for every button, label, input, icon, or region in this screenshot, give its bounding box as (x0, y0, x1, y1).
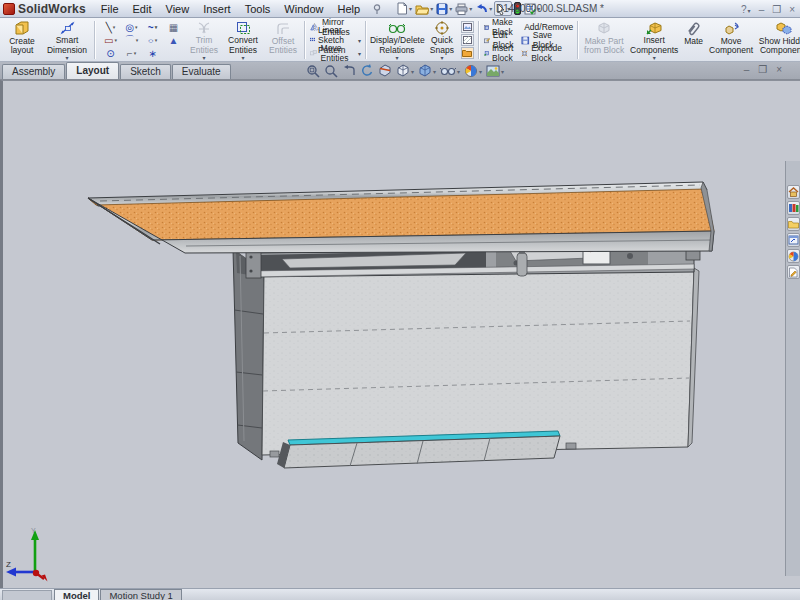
zoom-to-fit-icon[interactable] (305, 63, 321, 79)
menu-view[interactable]: View (159, 3, 197, 15)
spline-tool[interactable]: ~▾ (142, 21, 163, 34)
move-component-icon (723, 20, 739, 37)
help-button[interactable]: ?▾ (741, 4, 751, 15)
move-entities-button[interactable]: Move Entities ▾ (310, 47, 361, 59)
document-window-controls: – ❐ × (744, 64, 782, 75)
study-tab-scroll-area[interactable] (2, 590, 52, 600)
new-document-button[interactable]: ▾ (395, 1, 413, 16)
display-delete-relations-button[interactable]: Display/Delete Relations ▾ (369, 19, 425, 61)
menu-pin-icon[interactable] (371, 3, 383, 15)
convert-entities-dropdown[interactable]: ▾ (241, 56, 244, 61)
show-hidden-components-button[interactable]: Show Hidden Components (756, 19, 800, 61)
appearances-scenes-icon[interactable] (787, 249, 800, 263)
mate-button[interactable]: Mate (681, 19, 706, 61)
save-block-icon (521, 36, 530, 45)
display-delete-dropdown[interactable]: ▾ (395, 56, 398, 61)
previous-view-icon[interactable] (341, 63, 357, 79)
make-part-from-block-icon (597, 20, 611, 37)
custom-properties-icon[interactable] (787, 265, 800, 279)
tab-evaluate[interactable]: Evaluate (172, 64, 231, 79)
tab-assembly[interactable]: Assembly (2, 64, 65, 79)
design-library-icon[interactable] (787, 201, 800, 215)
arc-tool[interactable]: ⌒▾ (121, 34, 142, 47)
move-component-button[interactable]: Move Component (706, 19, 756, 61)
insert-block-button[interactable]: Insert Block (484, 47, 517, 59)
section-view-icon[interactable] (377, 63, 393, 79)
library-folder-icon[interactable] (461, 47, 474, 59)
title-bar: SolidWorks File Edit View Insert Tools W… (0, 0, 800, 18)
edit-block-icon (484, 36, 490, 45)
hide-show-items-icon[interactable]: ▾ (439, 63, 461, 79)
menu-edit[interactable]: Edit (126, 3, 159, 15)
make-part-from-block-button[interactable]: Make Part from Block (581, 19, 627, 61)
model-3d-view[interactable] (3, 81, 786, 588)
doc-close-button[interactable]: × (776, 64, 782, 75)
quick-snaps-icon (435, 20, 449, 36)
polygon-tool[interactable]: ▲ (163, 34, 184, 47)
minimize-button[interactable]: – (759, 4, 765, 15)
trim-entities-button[interactable]: Trim Entities ▾ (186, 19, 222, 61)
offset-entities-button[interactable]: Offset Entities (264, 19, 302, 61)
insert-components-button[interactable]: Insert Components ▾ (627, 19, 681, 61)
rectangle-tool[interactable]: ▭▾ (100, 34, 121, 47)
quick-snaps-dropdown[interactable]: ▾ (440, 56, 443, 61)
task-pane-strip (785, 161, 800, 576)
smart-dimension-button[interactable]: Smart Dimension ▾ (42, 19, 92, 61)
quick-snaps-button[interactable]: Quick Snaps ▾ (425, 19, 459, 61)
zoom-to-area-icon[interactable] (323, 63, 339, 79)
cabinet-front-panel (262, 268, 694, 455)
document-title: D140000000.SLDASM * (450, 3, 650, 14)
menu-help[interactable]: Help (330, 3, 367, 15)
model-tab[interactable]: Model (54, 589, 99, 600)
rotate-view-icon[interactable] (359, 63, 375, 79)
solidworks-resources-home-icon[interactable] (787, 185, 800, 199)
line-tool[interactable]: ╲▾ (100, 21, 121, 34)
menu-tools[interactable]: Tools (238, 3, 278, 15)
close-button[interactable]: × (789, 4, 795, 15)
explode-block-button[interactable]: Explode Block (521, 47, 573, 59)
graphics-viewport[interactable]: Y Z (0, 80, 800, 588)
mate-paperclip-icon (688, 20, 700, 37)
create-layout-button[interactable]: Create layout (2, 19, 42, 61)
block-group-left: Make Block Edit Block Insert Block (482, 19, 519, 61)
move-entities-dropdown[interactable]: ▾ (358, 50, 361, 57)
area-hatch-icon[interactable] (461, 34, 474, 46)
window-controls: ?▾ – ❐ × (741, 0, 795, 18)
tab-layout[interactable]: Layout (66, 62, 119, 79)
create-layout-icon (14, 20, 30, 37)
circle-tool[interactable]: ◎▾ (121, 21, 142, 34)
menu-window[interactable]: Window (277, 3, 330, 15)
explode-block-icon (521, 49, 528, 58)
smart-dimension-dropdown[interactable]: ▾ (65, 56, 68, 61)
convert-entities-button[interactable]: Convert Entities ▾ (222, 19, 264, 61)
doc-minimize-button[interactable]: – (744, 64, 750, 75)
menu-insert[interactable]: Insert (196, 3, 238, 15)
doc-restore-button[interactable]: ❐ (758, 64, 767, 75)
apply-scene-icon[interactable]: ▾ (485, 63, 505, 79)
menu-bar: File Edit View Insert Tools Window Help (94, 3, 387, 15)
sketch-picture-icon[interactable] (461, 21, 474, 33)
sketch-modify-group: Mirror Entities Linear Sketch Pattern ▾ … (308, 19, 363, 61)
file-explorer-icon[interactable] (787, 217, 800, 231)
motion-study-tab[interactable]: Motion Study 1 (100, 589, 181, 600)
sketch-pattern-tool[interactable]: ▦ (163, 21, 184, 34)
display-style-icon[interactable]: ▾ (417, 63, 437, 79)
open-button[interactable]: ▾ (414, 1, 434, 16)
insert-components-dropdown[interactable]: ▾ (653, 56, 656, 61)
menu-file[interactable]: File (94, 3, 126, 15)
show-hidden-components-icon (776, 20, 792, 37)
slot-tool[interactable]: ⊙ (100, 47, 121, 60)
restore-button[interactable]: ❐ (772, 4, 781, 15)
tab-sketch[interactable]: Sketch (120, 64, 171, 79)
fillet-tool[interactable]: ⌐▾ (121, 47, 142, 60)
view-palette-icon[interactable] (787, 233, 800, 247)
edit-appearance-icon[interactable]: ▾ (463, 63, 483, 79)
ellipse-tool[interactable]: ○▾ (142, 34, 163, 47)
view-orientation-icon[interactable]: ▾ (395, 63, 415, 79)
command-tabs: Assembly Layout Sketch Evaluate (2, 62, 232, 79)
orientation-triad: Y Z (5, 526, 53, 582)
point-tool[interactable]: ∗ (142, 47, 163, 60)
mechanism-left-bracket (246, 250, 261, 278)
linear-pattern-dropdown[interactable]: ▾ (358, 37, 361, 44)
cabinet-foot-left (270, 451, 279, 457)
